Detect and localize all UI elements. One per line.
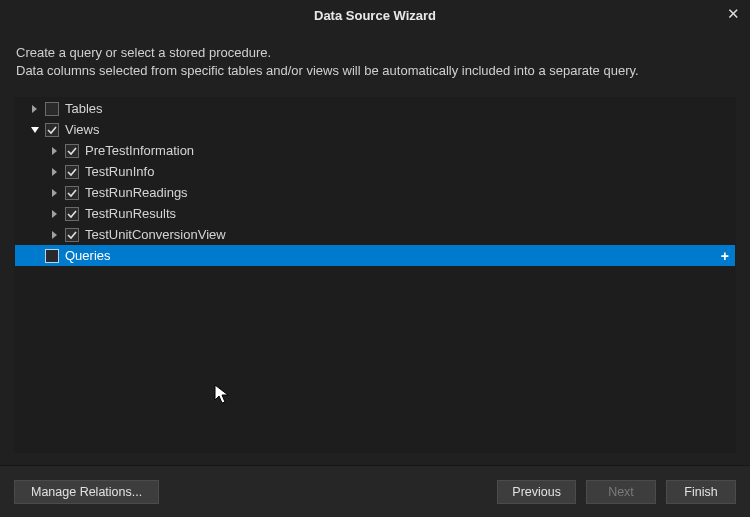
tree-label: TestRunReadings xyxy=(83,185,188,200)
object-tree[interactable]: Tables Views PreTestInformation TestRunI… xyxy=(14,97,736,453)
chevron-right-icon[interactable] xyxy=(29,103,41,115)
window-title: Data Source Wizard xyxy=(314,8,436,23)
footer: Manage Relations... Previous Next Finish xyxy=(0,465,750,517)
tree-label: Tables xyxy=(63,101,103,116)
next-button: Next xyxy=(586,480,656,504)
tree-node-tables[interactable]: Tables xyxy=(15,98,735,119)
titlebar: Data Source Wizard ✕ xyxy=(0,0,750,30)
chevron-right-icon[interactable] xyxy=(49,145,61,157)
previous-button[interactable]: Previous xyxy=(497,480,576,504)
chevron-down-icon[interactable] xyxy=(29,124,41,136)
tree-node-queries[interactable]: Queries + xyxy=(15,245,735,266)
checkbox-views[interactable] xyxy=(45,123,59,137)
tree-node-view[interactable]: TestUnitConversionView xyxy=(15,224,735,245)
expander-placeholder xyxy=(29,250,41,262)
wizard-description: Create a query or select a stored proced… xyxy=(0,30,750,83)
tree-node-view[interactable]: TestRunReadings xyxy=(15,182,735,203)
description-line-2: Data columns selected from specific tabl… xyxy=(16,62,734,80)
checkbox-view[interactable] xyxy=(65,165,79,179)
chevron-right-icon[interactable] xyxy=(49,229,61,241)
checkbox-view[interactable] xyxy=(65,207,79,221)
close-icon[interactable]: ✕ xyxy=(724,5,742,23)
tree-node-views[interactable]: Views xyxy=(15,119,735,140)
tree-label: Queries xyxy=(63,248,111,263)
checkbox-view[interactable] xyxy=(65,144,79,158)
description-line-1: Create a query or select a stored proced… xyxy=(16,44,734,62)
manage-relations-button[interactable]: Manage Relations... xyxy=(14,480,159,504)
checkbox-view[interactable] xyxy=(65,228,79,242)
tree-label: TestRunInfo xyxy=(83,164,154,179)
chevron-right-icon[interactable] xyxy=(49,187,61,199)
tree-node-view[interactable]: TestRunInfo xyxy=(15,161,735,182)
tree-node-view[interactable]: TestRunResults xyxy=(15,203,735,224)
tree-label: TestRunResults xyxy=(83,206,176,221)
chevron-right-icon[interactable] xyxy=(49,208,61,220)
checkbox-tables[interactable] xyxy=(45,102,59,116)
tree-node-view[interactable]: PreTestInformation xyxy=(15,140,735,161)
tree-label: Views xyxy=(63,122,99,137)
tree-label: TestUnitConversionView xyxy=(83,227,226,242)
checkbox-queries[interactable] xyxy=(45,249,59,263)
tree-label: PreTestInformation xyxy=(83,143,194,158)
checkbox-view[interactable] xyxy=(65,186,79,200)
finish-button[interactable]: Finish xyxy=(666,480,736,504)
add-query-icon[interactable]: + xyxy=(721,249,729,263)
chevron-right-icon[interactable] xyxy=(49,166,61,178)
